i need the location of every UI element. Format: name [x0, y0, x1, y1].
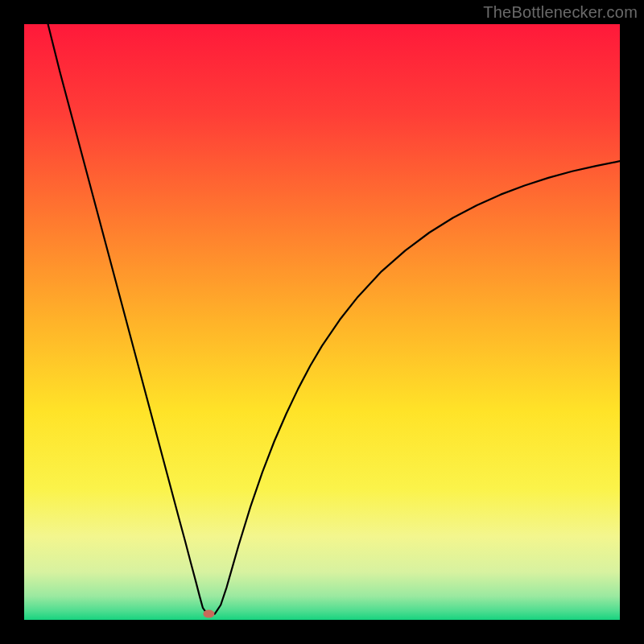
- watermark-text: TheBottlenecker.com: [483, 3, 638, 22]
- chart-frame: TheBottlenecker.com: [0, 0, 644, 644]
- gradient-background: [24, 24, 620, 620]
- chart-svg: [24, 24, 620, 620]
- optimum-marker: [203, 610, 214, 618]
- plot-area: [24, 24, 620, 620]
